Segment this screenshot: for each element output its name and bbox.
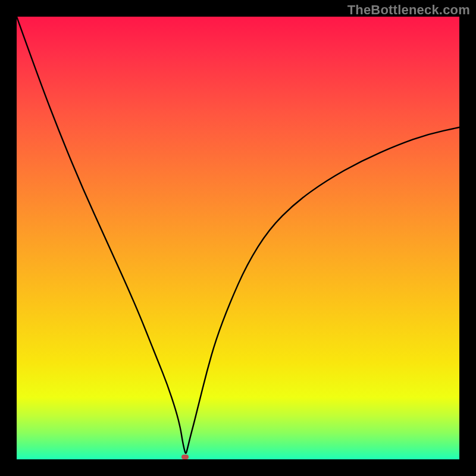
- bottleneck-curve: [17, 17, 459, 459]
- min-marker: [181, 455, 189, 459]
- watermark-text: TheBottleneck.com: [347, 2, 470, 18]
- plot-area: [17, 17, 459, 459]
- chart-frame: TheBottleneck.com: [0, 0, 476, 476]
